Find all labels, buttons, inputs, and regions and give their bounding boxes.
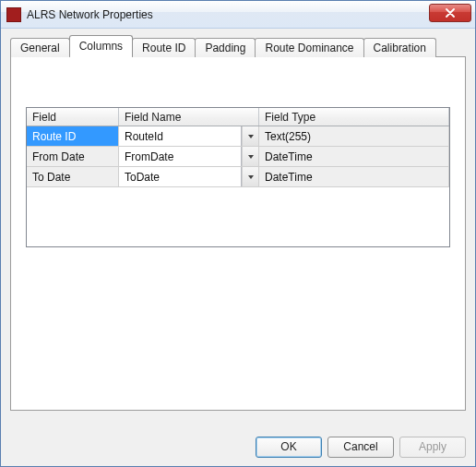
tab-general[interactable]: General — [10, 38, 70, 57]
cancel-button[interactable]: Cancel — [327, 437, 394, 458]
dropdown-button[interactable] — [242, 147, 258, 166]
grid-row[interactable]: To Date ToDate DateTime — [27, 167, 449, 187]
tab-route-dominance[interactable]: Route Dominance — [255, 38, 363, 57]
tab-panel-columns: Field Field Name Field Type Route ID Rou… — [10, 56, 466, 411]
chevron-down-icon — [247, 174, 255, 181]
client-area: General Columns Route ID Padding Route D… — [1, 29, 475, 427]
cell-field-type: DateTime — [259, 147, 449, 166]
field-name-value: ToDate — [119, 167, 242, 186]
fields-grid: Field Field Name Field Type Route ID Rou… — [26, 107, 450, 247]
spacer — [10, 411, 466, 418]
tab-route-id[interactable]: Route ID — [132, 38, 196, 57]
grid-header: Field Field Name Field Type — [27, 108, 449, 126]
chevron-down-icon — [247, 153, 255, 161]
close-button[interactable] — [429, 4, 471, 22]
window-title: ALRS Network Properties — [27, 8, 153, 21]
col-header-field-name[interactable]: Field Name — [119, 108, 259, 126]
col-header-field-type[interactable]: Field Type — [259, 108, 449, 126]
tab-columns[interactable]: Columns — [69, 35, 133, 56]
cell-field-label: To Date — [27, 167, 119, 186]
field-name-value: FromDate — [119, 147, 242, 166]
grid-row[interactable]: From Date FromDate DateTime — [27, 147, 449, 167]
cell-field-name-dropdown[interactable]: RouteId — [119, 126, 259, 146]
dropdown-button[interactable] — [242, 126, 258, 146]
dialog-footer: OK Cancel Apply — [1, 427, 475, 466]
cell-field-label: From Date — [27, 147, 119, 166]
col-header-field[interactable]: Field — [27, 108, 119, 126]
cell-field-type: DateTime — [259, 167, 449, 186]
close-icon — [446, 8, 455, 18]
ok-button[interactable]: OK — [256, 437, 322, 458]
apply-button: Apply — [399, 437, 466, 458]
grid-body: Route ID RouteId Text(255) From Date Fr — [27, 126, 449, 246]
cell-field-name-dropdown[interactable]: FromDate — [119, 147, 259, 166]
tab-padding[interactable]: Padding — [195, 38, 256, 57]
grid-row[interactable]: Route ID RouteId Text(255) — [27, 126, 449, 147]
tab-strip: General Columns Route ID Padding Route D… — [10, 36, 466, 56]
tab-calibration[interactable]: Calibration — [363, 38, 436, 57]
titlebar: ALRS Network Properties — [1, 1, 475, 29]
cell-field-type: Text(255) — [259, 126, 449, 146]
dialog-window: ALRS Network Properties General Columns … — [0, 0, 476, 467]
chevron-down-icon — [247, 133, 255, 140]
cell-field-label: Route ID — [27, 126, 119, 146]
cell-field-name-dropdown[interactable]: ToDate — [119, 167, 259, 186]
app-icon — [6, 7, 21, 22]
dropdown-button[interactable] — [242, 167, 258, 186]
field-name-value: RouteId — [119, 126, 242, 146]
